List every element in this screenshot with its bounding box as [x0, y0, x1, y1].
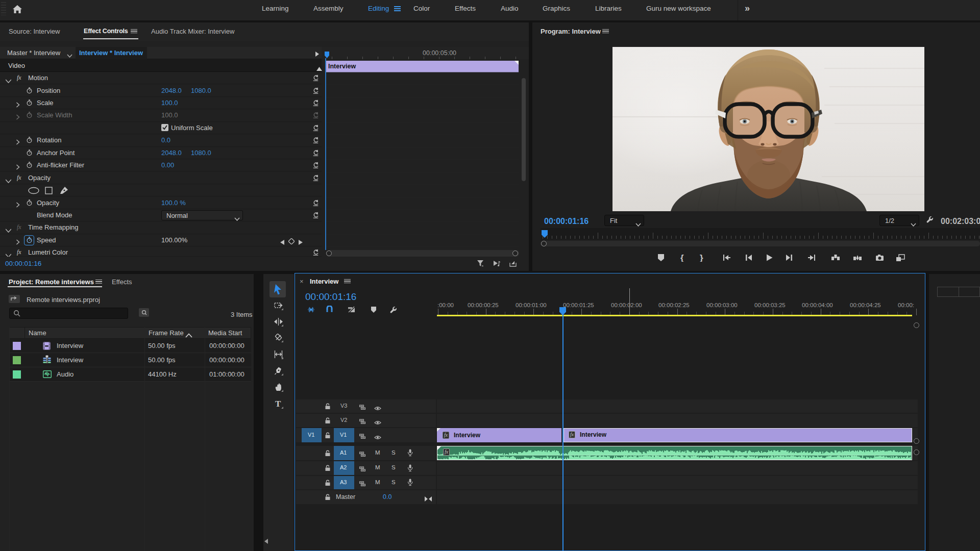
- svg-text:{: {: [680, 254, 684, 262]
- svg-text:}: }: [700, 254, 703, 262]
- svg-text:fx: fx: [17, 249, 21, 256]
- svg-text:fx: fx: [17, 74, 21, 81]
- svg-text:fx: fx: [17, 224, 21, 231]
- svg-text:fx: fx: [17, 174, 21, 181]
- svg-text:T: T: [275, 399, 281, 408]
